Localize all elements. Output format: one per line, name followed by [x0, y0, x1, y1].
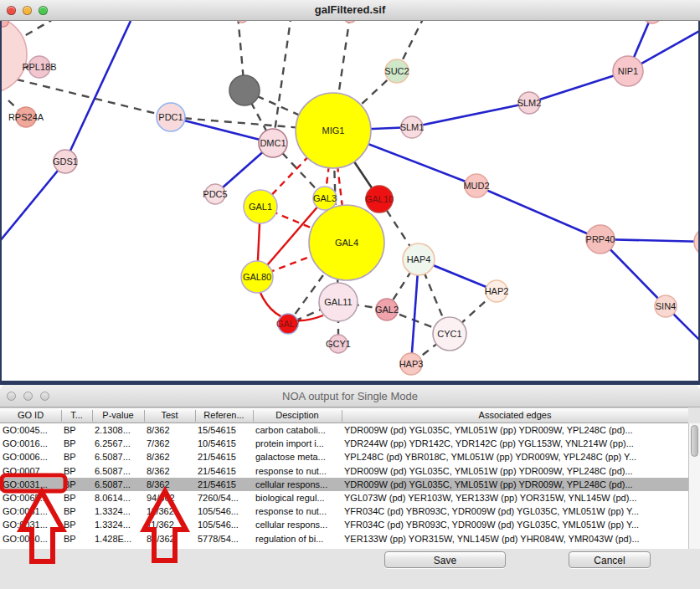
network-edge-blue: [171, 117, 273, 143]
scrollbar-thumb[interactable]: [691, 425, 698, 457]
table-row[interactable]: GO:0045...BP2.1308...8/36215/54615carbon…: [0, 423, 688, 437]
table-cell: GO:0045...: [0, 425, 61, 435]
table-cell: GO:0006...: [0, 452, 61, 462]
go-results-table: GO:0045...BP2.1308...8/36215/54615carbon…: [0, 423, 688, 549]
column-header-t[interactable]: T...: [61, 410, 92, 423]
column-separator[interactable]: [253, 410, 254, 422]
table-cell: BP: [61, 479, 92, 489]
table-row[interactable]: GO:0006...BP6.5087...8/36221/54615galact…: [0, 450, 688, 464]
table-cell: 21/54615: [195, 452, 253, 462]
save-button[interactable]: Save: [384, 551, 506, 568]
table-cell: carbon cataboli...: [253, 425, 342, 435]
table-cell: 5778/54...: [195, 534, 253, 544]
network-edge-dash: [273, 21, 291, 143]
node-MUD2[interactable]: [465, 174, 488, 197]
table-cell: BP: [61, 438, 92, 448]
node-GDS1[interactable]: [54, 150, 77, 173]
column-separator[interactable]: [342, 410, 342, 422]
column-separator[interactable]: [195, 410, 196, 422]
table-cell: 8/362: [144, 452, 195, 462]
table-cell: 6.2567...: [92, 438, 144, 448]
table-row[interactable]: GO:0031...BP1.3324...11/362105/546...res…: [0, 504, 688, 518]
table-cell: 1.428E...: [92, 534, 144, 544]
node-GAL4[interactable]: [309, 205, 384, 280]
network-graph[interactable]: RPL18BRPS24AGDS1PDC1DMC1MIG1SUC2SLM1SLM2…: [2, 21, 698, 381]
table-cell: 8/362: [144, 479, 195, 489]
node-SLM2[interactable]: [518, 92, 540, 114]
column-header-p-value[interactable]: P-value: [92, 410, 144, 423]
window-title: galFiltered.sif: [0, 3, 700, 16]
node-HAP4[interactable]: [403, 243, 435, 275]
table-cell: 11/362: [144, 520, 195, 530]
table-cell: 7260/54...: [195, 493, 253, 503]
network-edge-blue: [2, 161, 65, 241]
column-header-associated-edges[interactable]: Associated edges: [342, 410, 688, 423]
vertical-scrollbar[interactable]: [688, 423, 700, 549]
table-cell: 21/54615: [195, 466, 253, 476]
table-row[interactable]: GO:0016...BP6.2567...7/36210/54615protei…: [0, 437, 688, 450]
node-top-right-cut[interactable]: [643, 21, 661, 23]
table-cell: BP: [61, 466, 92, 476]
table-cell: BP: [61, 506, 92, 516]
node-SLM1[interactable]: [401, 116, 423, 138]
column-header-go-id[interactable]: GO ID: [0, 410, 61, 423]
node-NIP1[interactable]: [613, 56, 643, 86]
node-GAL10[interactable]: [366, 186, 393, 213]
node-MSN[interactable]: [694, 228, 698, 256]
column-separator[interactable]: [144, 410, 145, 422]
table-cell: YER133W (pp) YOR315W, YNL145W (pd) YHR08…: [342, 534, 688, 544]
table-cell: GO:0050...: [0, 534, 61, 544]
network-canvas[interactable]: RPL18BRPS24AGDS1PDC1DMC1MIG1SUC2SLM1SLM2…: [0, 21, 700, 385]
table-cell: 2.1308...: [92, 425, 144, 435]
column-header-desciption[interactable]: Desciption: [253, 410, 342, 423]
column-header-test[interactable]: Test: [144, 410, 195, 423]
table-row[interactable]: GO:0050...BP1.428E...80/3625778/54...reg…: [0, 532, 688, 545]
node-RPS24A[interactable]: [16, 107, 36, 127]
table-cell: BP: [61, 520, 92, 530]
table-cell: GO:0065...: [0, 493, 61, 503]
table-cell: GO:0031...: [0, 520, 61, 530]
table-row[interactable]: GO:0031...BP1.3324...11/362105/546...cel…: [0, 518, 688, 531]
node-GAL1[interactable]: [244, 190, 277, 223]
node-big-left[interactable]: [2, 21, 27, 93]
node-top-cut-2[interactable]: [343, 21, 357, 23]
table-cell: 10/54615: [195, 438, 253, 448]
table-row[interactable]: GO:0065...BP8.0614...94/3627260/54...bio…: [0, 491, 688, 504]
column-separator[interactable]: [92, 410, 93, 422]
table-cell: 105/546...: [195, 520, 253, 530]
node-PRP40[interactable]: [586, 225, 615, 254]
table-cell: YDR009W (pd) YGL035C, YML051W (pp) YDR00…: [342, 425, 688, 435]
node-SIN4[interactable]: [655, 295, 677, 317]
node-GAL80[interactable]: [241, 261, 273, 293]
node-GAL7[interactable]: [278, 314, 298, 334]
column-header-referen[interactable]: Referen...: [195, 410, 253, 423]
table-cell: GO:0016...: [0, 438, 61, 448]
cancel-button[interactable]: Cancel: [569, 551, 651, 568]
table-row[interactable]: GO:0031...BP6.5087...8/36221/54615cellul…: [0, 478, 688, 491]
node-GAL3[interactable]: [313, 187, 337, 210]
table-cell: 1.3324...: [92, 506, 144, 516]
table-cell: YFR034C (pd) YBR093C, YDR009W (pd) YGL03…: [342, 520, 688, 530]
node-MIG1[interactable]: [296, 93, 371, 168]
node-gray-node[interactable]: [229, 75, 260, 105]
table-cell: cellular respons...: [253, 520, 342, 530]
node-HAP3[interactable]: [400, 353, 422, 375]
node-GAL11[interactable]: [319, 283, 358, 321]
node-CYC1[interactable]: [433, 317, 466, 351]
node-PDC1[interactable]: [157, 103, 185, 131]
node-HAP2[interactable]: [486, 280, 507, 302]
node-DMC1[interactable]: [259, 129, 287, 157]
node-GCY1[interactable]: [329, 335, 347, 353]
table-row[interactable]: GO:0007...BP6.5087...8/36221/54615respon…: [0, 464, 688, 478]
table-cell: response to nut...: [253, 466, 342, 476]
table-cell: galactose meta...: [253, 452, 342, 462]
table-cell: 94/362: [144, 493, 195, 503]
table-cell: YDR244W (pp) YDR142C, YDR142C (pp) YGL15…: [342, 438, 688, 448]
node-RPL18B[interactable]: [28, 56, 50, 78]
table-cell: YFR034C (pd) YBR093C, YDR009W (pd) YGL03…: [342, 506, 688, 516]
column-separator[interactable]: [61, 410, 62, 422]
node-PDC5[interactable]: [205, 184, 225, 204]
node-GAL2[interactable]: [376, 299, 398, 320]
table-cell: 1.3324...: [92, 520, 144, 530]
node-SUC2[interactable]: [385, 59, 409, 83]
